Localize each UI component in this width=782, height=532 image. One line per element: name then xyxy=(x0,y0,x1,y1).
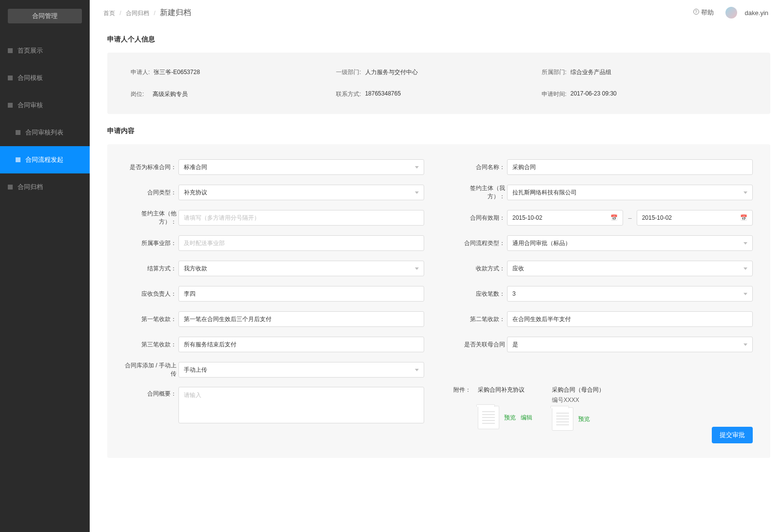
owndept-label: 所属部门: xyxy=(542,68,567,76)
breadcrumb-sep: / xyxy=(154,10,155,17)
link-select[interactable]: 是 xyxy=(507,337,753,352)
pay3-input[interactable] xyxy=(178,337,424,352)
attach-card-1: 采购合同补充协议 预览 编辑 xyxy=(478,386,532,431)
owndept-value: 综合业务产品组 xyxy=(570,68,611,76)
is-std-label: 是否为标准合同： xyxy=(125,163,178,171)
recv-label: 收款方式： xyxy=(453,265,507,273)
sidebar-item-label: 合同模板 xyxy=(18,74,43,82)
breadcrumb-mid[interactable]: 合同归档 xyxy=(126,10,149,17)
section-title-form: 申请内容 xyxy=(107,127,770,135)
avatar[interactable] xyxy=(725,7,737,19)
section-title-applicant: 申请人个人信息 xyxy=(107,35,770,44)
pay1-input[interactable] xyxy=(178,311,424,327)
contract-name-input[interactable] xyxy=(507,159,753,175)
main: 首页 / 合同归档 / 新建归档 帮助 dake.yin 申请人个人信息 申请人… xyxy=(90,0,782,532)
settle-label: 结算方式： xyxy=(125,265,178,273)
edit-link[interactable]: 编辑 xyxy=(521,414,532,422)
applytime-label: 申请时间: xyxy=(542,90,567,98)
contact-value: 18765348765 xyxy=(365,90,401,98)
sidebar-item-review[interactable]: 合同审核 xyxy=(0,92,90,119)
upload-select[interactable]: 手动上传 xyxy=(178,362,424,378)
type-label: 合同类型： xyxy=(125,189,178,197)
square-icon xyxy=(8,185,13,190)
bu-input[interactable] xyxy=(178,235,424,251)
help-icon xyxy=(693,9,699,15)
post-label: 岗位: xyxy=(131,90,144,98)
help-link[interactable]: 帮助 xyxy=(693,8,714,17)
submit-button[interactable]: 提交审批 xyxy=(712,427,753,443)
square-icon xyxy=(16,157,20,162)
sidebar-title: 合同管理 xyxy=(8,9,82,23)
calendar-icon: 📅 xyxy=(610,214,618,221)
count-select[interactable]: 3 xyxy=(507,286,753,302)
dept1-value: 人力服务与交付中心 xyxy=(365,68,418,76)
chevron-down-icon xyxy=(415,267,419,270)
sidebar-item-archive[interactable]: 合同归档 xyxy=(0,173,90,201)
date-from-input[interactable]: 2015-10-02📅 xyxy=(507,210,623,226)
flow-select[interactable]: 通用合同审批（标品） xyxy=(507,235,753,251)
our-label: 签约主体（我方）： xyxy=(453,184,507,201)
square-icon xyxy=(16,130,20,135)
square-icon xyxy=(8,48,13,53)
their-input[interactable] xyxy=(178,210,424,226)
their-label: 签约主体（他方）： xyxy=(125,209,178,226)
post-value: 高级采购专员 xyxy=(153,90,188,98)
breadcrumb-home[interactable]: 首页 xyxy=(103,10,115,17)
contract-name-label: 合同名称： xyxy=(453,163,507,171)
breadcrumb-current: 新建归档 xyxy=(160,8,191,17)
chevron-down-icon xyxy=(415,166,419,169)
sidebar-item-label: 合同审核 xyxy=(18,101,43,110)
chevron-down-icon xyxy=(743,242,747,245)
form-panel: 是否为标准合同：标准合同 合同类型：补充协议 签约主体（他方）： 所属事业部： … xyxy=(107,144,770,458)
attach-title: 采购合同（母合同） xyxy=(552,386,605,394)
chevron-down-icon xyxy=(743,293,747,295)
pay3-label: 第三笔收款： xyxy=(125,341,178,349)
applytime-value: 2017-06-23 09:30 xyxy=(570,90,617,98)
document-icon xyxy=(478,406,499,429)
pay1-label: 第一笔收款： xyxy=(125,315,178,323)
settle-select[interactable]: 我方收款 xyxy=(178,261,424,276)
preview-link[interactable]: 预览 xyxy=(504,414,516,422)
chevron-down-icon xyxy=(743,267,747,270)
square-icon xyxy=(8,76,13,80)
summary-label: 合同概要： xyxy=(125,387,178,398)
breadcrumb-sep: / xyxy=(119,10,121,17)
chevron-down-icon xyxy=(415,369,419,371)
upload-label: 合同库添加 / 手动上传 xyxy=(125,361,178,378)
sidebar-item-templates[interactable]: 合同模板 xyxy=(0,64,90,92)
preview-link[interactable]: 预览 xyxy=(578,415,590,423)
calendar-icon: 📅 xyxy=(740,214,747,221)
period-label: 合同有效期： xyxy=(453,214,507,222)
chevron-down-icon xyxy=(415,191,419,194)
pay2-input[interactable] xyxy=(507,311,753,327)
dept1-label: 一级部门: xyxy=(336,68,361,76)
attach-sub xyxy=(478,396,532,403)
our-select[interactable]: 拉扎斯网络科技有限公司 xyxy=(507,185,753,200)
dash-sep: – xyxy=(628,214,631,222)
contact-label: 联系方式: xyxy=(336,90,361,98)
owner-input[interactable] xyxy=(178,286,424,302)
sidebar-item-flow-start[interactable]: 合同流程发起 xyxy=(0,146,90,173)
summary-textarea[interactable] xyxy=(178,387,424,423)
bu-label: 所属事业部： xyxy=(125,239,178,247)
is-std-select[interactable]: 标准合同 xyxy=(178,159,424,175)
sidebar-item-home[interactable]: 首页展示 xyxy=(0,37,90,64)
recv-select[interactable]: 应收 xyxy=(507,261,753,276)
type-select[interactable]: 补充协议 xyxy=(178,185,424,200)
chevron-down-icon xyxy=(743,191,747,194)
sidebar-item-label: 合同归档 xyxy=(18,183,43,191)
sidebar: 合同管理 首页展示 合同模板 合同审核 合同审核列表 合同流程发起 合同归档 xyxy=(0,0,90,532)
count-label: 应收笔数： xyxy=(453,290,507,298)
sidebar-item-label: 首页展示 xyxy=(18,46,43,55)
attach-title: 采购合同补充协议 xyxy=(478,386,532,394)
date-to-input[interactable]: 2015-10-02📅 xyxy=(637,210,753,226)
sidebar-item-review-list[interactable]: 合同审核列表 xyxy=(0,119,90,146)
user-name[interactable]: dake.yin xyxy=(745,9,768,17)
owner-label: 应收负责人： xyxy=(125,290,178,298)
applicant-panel: 申请人:张三爷-E0653728 一级部门:人力服务与交付中心 所属部门:综合业… xyxy=(107,53,770,114)
attach-card-2: 采购合同（母合同） 编号XXXX 预览 xyxy=(552,386,605,431)
breadcrumb: 首页 / 合同归档 / 新建归档 xyxy=(103,8,191,18)
flow-label: 合同流程类型： xyxy=(453,239,507,247)
link-label: 是否关联母合同 xyxy=(453,341,507,349)
applicant-name: 张三爷-E0653728 xyxy=(154,68,200,76)
